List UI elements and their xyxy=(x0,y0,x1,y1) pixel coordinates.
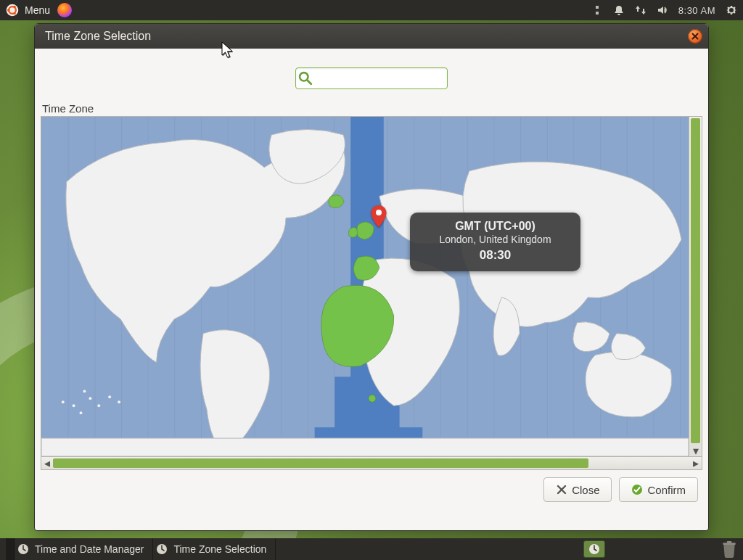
close-button-label: Close xyxy=(572,484,599,496)
map-vertical-scrollbar[interactable]: ▾ xyxy=(689,117,702,456)
timezone-tooltip: GMT (UTC+00) London, United Kingdom 08:3… xyxy=(410,213,580,271)
svg-point-3 xyxy=(13,6,16,9)
close-icon xyxy=(556,484,567,495)
svg-point-19 xyxy=(73,404,75,407)
systray-clock-applet[interactable] xyxy=(583,540,605,558)
svg-line-8 xyxy=(307,80,311,84)
taskbar-item-label: Time and Date Manager xyxy=(35,543,144,555)
svg-rect-6 xyxy=(596,12,599,15)
scrollbar-thumb[interactable] xyxy=(53,458,588,468)
window-title: Time Zone Selection xyxy=(45,30,151,43)
svg-point-4 xyxy=(13,12,16,15)
scroll-down-button[interactable]: ▾ xyxy=(689,445,702,456)
window-close-button[interactable] xyxy=(688,29,702,44)
tooltip-timezone: GMT (UTC+00) xyxy=(420,220,570,233)
bottom-panel: Time and Date Manager Time Zone Selectio… xyxy=(0,538,743,560)
timezone-search-input[interactable] xyxy=(313,73,446,84)
search-icon xyxy=(297,70,313,86)
svg-rect-30 xyxy=(727,541,732,543)
network-icon[interactable] xyxy=(635,4,646,16)
confirm-button[interactable]: Confirm xyxy=(619,477,698,502)
menu-button[interactable]: Menu xyxy=(25,4,50,16)
svg-rect-5 xyxy=(596,6,599,9)
taskbar-item-label: Time Zone Selection xyxy=(173,543,266,555)
section-label-timezone: Time Zone xyxy=(42,102,702,115)
trash-icon[interactable] xyxy=(721,540,737,558)
tooltip-time: 08:30 xyxy=(420,248,570,263)
ubuntu-logo-icon[interactable] xyxy=(6,4,19,17)
taskbar-item-time-zone-selection[interactable]: Time Zone Selection xyxy=(153,538,276,560)
svg-point-23 xyxy=(118,400,120,403)
tooltip-location: London, United Kingdom xyxy=(420,234,570,245)
settings-gear-icon[interactable] xyxy=(726,4,737,16)
timezone-map-frame: GMT (UTC+00) London, United Kingdom 08:3… xyxy=(41,116,702,457)
scroll-left-button[interactable]: ◂ xyxy=(41,456,53,470)
panel-clock[interactable]: 8:30 AM xyxy=(678,5,715,16)
system-tray: 8:30 AM xyxy=(591,4,737,16)
svg-rect-29 xyxy=(723,543,736,545)
confirm-button-label: Confirm xyxy=(647,484,686,496)
window-titlebar[interactable]: Time Zone Selection xyxy=(35,24,708,49)
volume-icon[interactable] xyxy=(657,4,668,16)
close-button[interactable]: Close xyxy=(543,477,612,502)
svg-point-17 xyxy=(89,397,91,400)
scrollbar-thumb[interactable] xyxy=(691,118,700,443)
svg-point-2 xyxy=(7,9,10,12)
map-horizontal-scrollbar[interactable]: ◂ ▸ xyxy=(41,457,702,470)
clock-icon xyxy=(17,543,29,555)
svg-point-21 xyxy=(62,400,65,403)
svg-point-15 xyxy=(369,395,376,402)
svg-point-18 xyxy=(97,404,100,407)
tray-indicator-icon[interactable] xyxy=(591,4,603,16)
timezone-selection-window: Time Zone Selection Time Zone xyxy=(34,23,709,531)
timezone-map[interactable]: GMT (UTC+00) London, United Kingdom 08:3… xyxy=(41,117,689,456)
mouse-cursor-icon xyxy=(221,41,234,59)
confirm-icon xyxy=(631,484,643,495)
timezone-search-box[interactable] xyxy=(295,67,448,89)
clock-icon xyxy=(156,543,168,555)
scroll-right-button[interactable]: ▸ xyxy=(690,456,702,470)
svg-point-22 xyxy=(108,395,111,398)
top-panel: Menu 8:30 AM xyxy=(0,0,743,20)
svg-point-24 xyxy=(376,210,382,215)
notifications-icon[interactable] xyxy=(613,4,625,16)
location-pin-icon xyxy=(371,205,387,227)
taskbar-item-time-date-manager[interactable]: Time and Date Manager xyxy=(15,538,153,560)
svg-point-16 xyxy=(83,390,86,392)
firefox-icon[interactable] xyxy=(57,3,72,17)
svg-point-20 xyxy=(80,411,83,414)
show-desktop-button[interactable] xyxy=(6,538,15,560)
